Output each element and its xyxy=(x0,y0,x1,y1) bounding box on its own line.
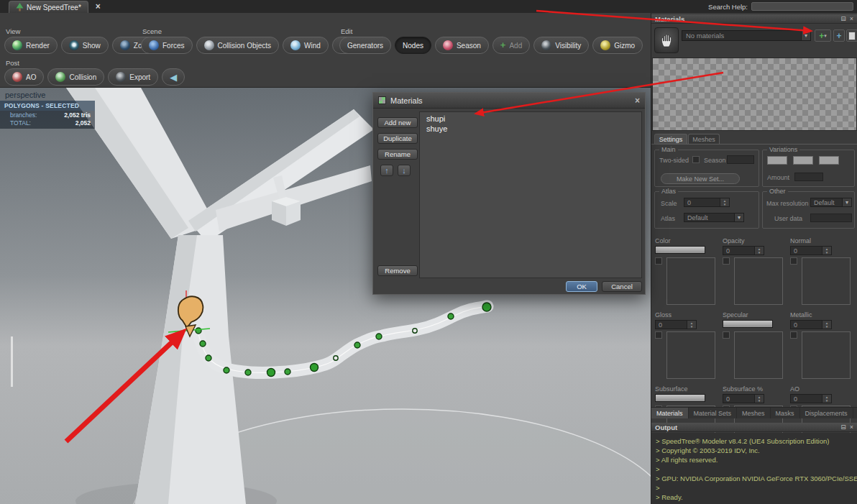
spin-down-icon[interactable]: ▼ xyxy=(825,251,828,255)
chevron-down-icon[interactable]: ▾ xyxy=(842,198,851,206)
max-resolution-dropdown[interactable]: Default ▾ xyxy=(810,198,852,207)
new-material-button[interactable]: + xyxy=(833,29,845,42)
paste-material-button[interactable] xyxy=(846,29,857,42)
output-console[interactable]: > SpeedTree® Modeler v8.4.2 (UE4 Subscri… xyxy=(651,433,857,504)
undock-panel-icon[interactable]: ⊟ xyxy=(840,423,846,431)
bottom-tab-masks[interactable]: Masks xyxy=(771,408,800,418)
materials-panel-header[interactable]: Materials ⊟× xyxy=(651,14,857,24)
spin-down-icon[interactable]: ▼ xyxy=(825,399,828,403)
bottom-tab-meshes[interactable]: Meshes xyxy=(737,408,771,418)
undock-panel-icon[interactable]: ⊟ xyxy=(840,15,846,22)
tab-settings[interactable]: Settings xyxy=(654,134,687,144)
ao-button[interactable]: AO xyxy=(4,68,44,86)
map-label: Color xyxy=(655,237,671,244)
normal-spinner[interactable]: 0▲▼ xyxy=(790,246,832,255)
opacity-spinner[interactable]: 0▲▼ xyxy=(723,246,764,255)
dialog-title-bar[interactable]: Materials × xyxy=(373,93,645,109)
metallic-spinner[interactable]: 0▲▼ xyxy=(790,320,832,329)
cancel-button[interactable]: Cancel xyxy=(602,281,642,292)
subsurface-pct-spinner[interactable]: 0▲▼ xyxy=(723,394,764,403)
close-panel-icon[interactable]: × xyxy=(850,15,853,22)
spin-down-icon[interactable]: ▼ xyxy=(723,203,726,206)
add-material-dropdown-button[interactable]: + ▾ xyxy=(815,29,831,42)
season-button[interactable]: Season xyxy=(435,37,489,54)
camera-mode-label[interactable]: perspective xyxy=(5,91,45,99)
export-icon xyxy=(116,72,126,82)
close-panel-icon[interactable]: × xyxy=(850,423,853,431)
generators-button[interactable]: Generators xyxy=(339,37,391,54)
spin-down-icon[interactable]: ▼ xyxy=(825,325,828,329)
make-new-set-button[interactable]: Make New Set... xyxy=(661,173,740,184)
export-button[interactable]: Export xyxy=(108,68,158,86)
chevron-down-icon[interactable]: ▾ xyxy=(801,31,810,40)
material-preview-area[interactable] xyxy=(652,58,857,131)
add-button[interactable]: +Add xyxy=(492,37,530,54)
move-up-button[interactable]: ↑ xyxy=(380,165,393,176)
chevron-down-icon[interactable]: ▾ xyxy=(734,214,743,221)
materials-dialog[interactable]: Materials × Add new Duplicate Rename ↑ ↓… xyxy=(372,92,646,295)
rename-button[interactable]: Rename xyxy=(377,149,418,160)
two-sided-checkbox[interactable] xyxy=(692,156,700,163)
main-group: Main Two-sided Season Make New Set... xyxy=(654,150,759,187)
subsurface-swatch[interactable] xyxy=(655,394,705,402)
map-enable-checkbox[interactable] xyxy=(655,257,662,265)
remove-button[interactable]: Remove xyxy=(377,265,418,276)
ao-spinner[interactable]: 0▲▼ xyxy=(790,394,832,403)
gizmo-button[interactable]: Gizmo xyxy=(592,37,643,54)
document-tab[interactable]: New SpeedTree* xyxy=(9,1,88,13)
dialog-close-icon[interactable]: × xyxy=(635,96,640,106)
back-button[interactable]: ◀ xyxy=(162,68,185,86)
nodes-button[interactable]: Nodes xyxy=(395,37,431,54)
atlas-dropdown[interactable]: Default ▾ xyxy=(684,213,744,222)
duplicate-button[interactable]: Duplicate xyxy=(377,133,418,144)
material-selector-dropdown[interactable]: No materials ▾ xyxy=(682,30,811,41)
output-panel-header[interactable]: Output ⊟× xyxy=(651,423,857,432)
variation-slot-2[interactable] xyxy=(793,156,813,165)
texture-slot[interactable] xyxy=(802,331,851,379)
list-item[interactable]: shuye xyxy=(420,124,641,134)
collision-objects-button[interactable]: Collision Objects xyxy=(196,37,279,54)
map-enable-checkbox[interactable] xyxy=(790,257,797,265)
render-button[interactable]: Render xyxy=(4,37,58,54)
show-button[interactable]: Show xyxy=(61,37,109,54)
specular-swatch[interactable] xyxy=(723,320,773,328)
ok-button[interactable]: OK xyxy=(566,281,597,292)
map-enable-checkbox[interactable] xyxy=(655,331,662,339)
move-down-button[interactable]: ↓ xyxy=(398,165,411,176)
scale-spinner[interactable]: 0 ▲▼ xyxy=(684,198,730,207)
collision-button[interactable]: Collision xyxy=(47,68,104,86)
pan-hand-button[interactable] xyxy=(654,27,679,53)
tab-close-icon[interactable]: × xyxy=(96,1,101,12)
texture-slot[interactable] xyxy=(734,257,783,305)
season-field[interactable] xyxy=(727,155,754,164)
texture-slot[interactable] xyxy=(734,331,783,379)
amount-field[interactable] xyxy=(794,173,823,181)
gloss-spinner[interactable]: 0▲▼ xyxy=(655,320,697,329)
wind-button[interactable]: Wind xyxy=(283,37,329,54)
bottom-tab-materials[interactable]: Materials xyxy=(651,408,689,418)
spin-down-icon[interactable]: ▼ xyxy=(690,325,693,329)
forces-button[interactable]: Forces xyxy=(141,37,193,54)
map-enable-checkbox[interactable] xyxy=(790,331,797,339)
bottom-tab-displacements[interactable]: Displacements xyxy=(800,408,853,418)
map-enable-checkbox[interactable] xyxy=(723,331,730,339)
variations-group-label: Variations xyxy=(767,146,799,153)
texture-slot[interactable] xyxy=(802,257,851,305)
variation-slot-1[interactable] xyxy=(767,156,787,165)
spin-down-icon[interactable]: ▼ xyxy=(758,399,761,403)
tab-meshes[interactable]: Meshes xyxy=(688,134,720,144)
visibility-button[interactable]: Visibility xyxy=(533,37,589,54)
bottom-tab-material-sets[interactable]: Material Sets xyxy=(689,408,738,418)
spin-down-icon[interactable]: ▼ xyxy=(758,251,761,255)
variation-slot-3[interactable] xyxy=(819,156,839,165)
map-enable-checkbox[interactable] xyxy=(723,257,730,265)
texture-slot[interactable] xyxy=(666,257,715,305)
list-item[interactable]: shupi xyxy=(420,114,641,124)
add-new-button[interactable]: Add new xyxy=(377,117,418,128)
ribbon-toolbar: View Render Show Zoom Scene Forces Colli… xyxy=(0,13,651,88)
search-help-input[interactable] xyxy=(751,2,853,11)
user-data-field[interactable] xyxy=(810,214,852,222)
color-swatch[interactable] xyxy=(655,246,705,254)
materials-list[interactable]: shupi shuye xyxy=(419,111,642,278)
texture-slot[interactable] xyxy=(666,331,715,379)
